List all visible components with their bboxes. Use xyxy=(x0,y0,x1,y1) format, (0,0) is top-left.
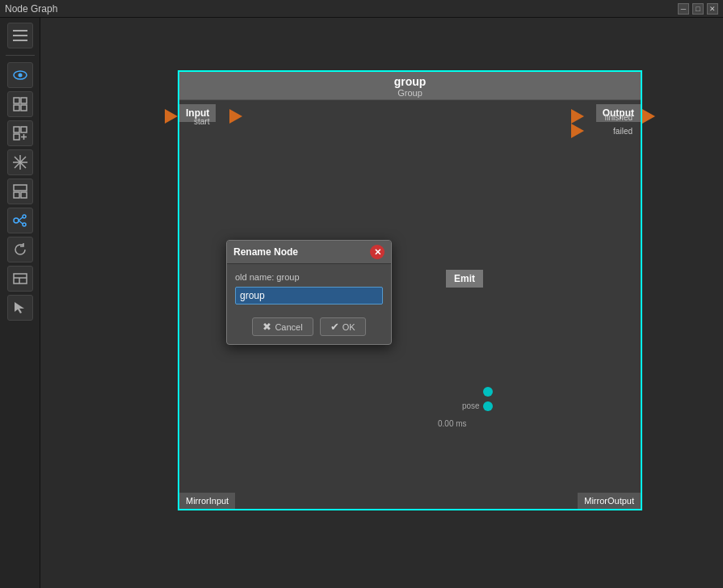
svg-rect-5 xyxy=(14,98,19,103)
svg-rect-20 xyxy=(21,192,27,198)
dialog-old-name-label: old name: group xyxy=(235,272,383,282)
canvas-area[interactable]: group Group Input start Output finished … xyxy=(40,18,723,588)
cancel-label: Cancel xyxy=(275,322,302,332)
svg-rect-6 xyxy=(21,98,27,103)
minimize-button[interactable]: ─ xyxy=(678,3,689,15)
svg-rect-19 xyxy=(14,192,19,198)
ok-button[interactable]: ✔ OK xyxy=(320,317,366,336)
rename-input[interactable] xyxy=(235,287,383,304)
hamburger-button[interactable] xyxy=(7,23,33,48)
svg-rect-8 xyxy=(21,105,27,111)
eye-button[interactable] xyxy=(7,62,33,88)
sidebar-divider-1 xyxy=(6,55,35,56)
svg-point-23 xyxy=(23,223,26,226)
dialog-close-button[interactable]: ✕ xyxy=(370,245,385,259)
svg-rect-26 xyxy=(14,274,27,284)
svg-rect-10 xyxy=(21,127,27,132)
main-layout: group Group Input start Output finished … xyxy=(0,18,723,588)
svg-point-21 xyxy=(14,218,19,223)
layout-button[interactable] xyxy=(7,178,33,204)
tools-button[interactable] xyxy=(7,149,33,175)
dialog-body: old name: group xyxy=(227,264,391,313)
node-edit-button[interactable] xyxy=(7,120,33,146)
svg-rect-9 xyxy=(14,127,19,132)
svg-rect-18 xyxy=(14,185,27,191)
title-bar-controls: ─ □ ✕ xyxy=(678,3,718,15)
cancel-button[interactable]: ✖ Cancel xyxy=(252,317,313,336)
sidebar xyxy=(0,18,40,588)
cursor-button[interactable] xyxy=(7,295,33,321)
svg-rect-0 xyxy=(13,30,27,32)
ok-label: OK xyxy=(343,322,355,332)
dialog-title: Rename Node xyxy=(233,246,298,258)
svg-rect-1 xyxy=(13,35,27,36)
svg-point-22 xyxy=(23,215,26,218)
dialog-header: Rename Node ✕ xyxy=(227,241,391,264)
title-bar-title: Node Graph xyxy=(5,3,57,15)
svg-marker-29 xyxy=(15,302,24,313)
grid-button[interactable] xyxy=(7,91,33,117)
svg-point-4 xyxy=(18,74,22,78)
svg-line-25 xyxy=(19,220,23,224)
cancel-icon: ✖ xyxy=(263,321,271,333)
ok-icon: ✔ xyxy=(330,321,339,333)
svg-rect-2 xyxy=(13,40,27,41)
rename-dialog: Rename Node ✕ old name: group ✖ Cancel ✔… xyxy=(226,240,392,345)
close-button[interactable]: ✕ xyxy=(707,3,718,15)
panel-button[interactable] xyxy=(7,266,33,292)
refresh-button[interactable] xyxy=(7,237,33,262)
svg-line-24 xyxy=(19,217,23,220)
svg-rect-11 xyxy=(14,134,19,140)
graph-button[interactable] xyxy=(7,208,33,233)
dialog-footer: ✖ Cancel ✔ OK xyxy=(227,313,391,344)
svg-rect-7 xyxy=(14,105,19,111)
rename-dialog-overlay: Rename Node ✕ old name: group ✖ Cancel ✔… xyxy=(40,18,723,588)
maximize-button[interactable]: □ xyxy=(692,3,704,15)
title-bar: Node Graph ─ □ ✕ xyxy=(0,0,723,18)
